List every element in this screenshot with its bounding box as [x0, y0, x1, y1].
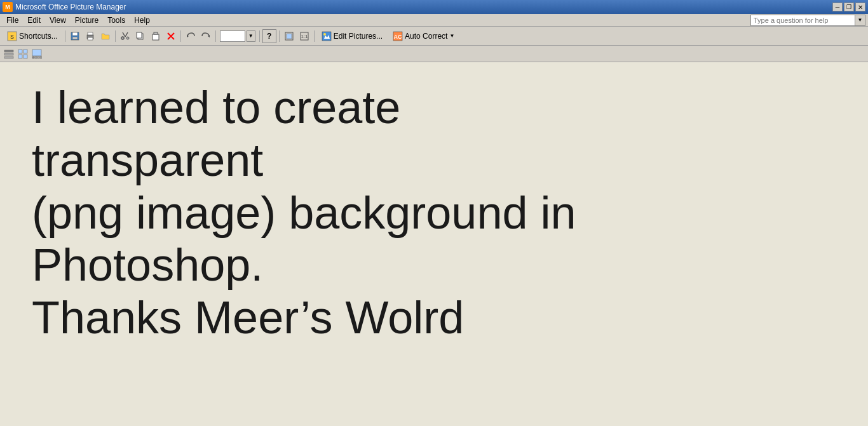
separator-4: [215, 30, 216, 42]
help-icon: ?: [267, 32, 271, 41]
svg-rect-26: [4, 50, 13, 52]
svg-rect-12: [153, 34, 159, 40]
undo-icon: [186, 32, 195, 41]
menu-edit[interactable]: Edit: [24, 15, 44, 26]
svg-rect-4: [72, 37, 78, 39]
menu-help[interactable]: Help: [130, 15, 154, 26]
view-list-button[interactable]: [3, 48, 15, 60]
image-text-line4: Thanks Meer’s Wolrd: [32, 292, 464, 343]
thumbnail-view-icon: [18, 49, 28, 59]
separator-3: [180, 30, 181, 42]
menu-file[interactable]: File: [3, 15, 22, 26]
svg-rect-29: [18, 50, 22, 53]
fit-window-icon: [285, 32, 294, 41]
svg-rect-3: [72, 32, 78, 36]
title-text: Microsoft Office Picture Manager: [15, 3, 126, 11]
minimize-button[interactable]: ─: [832, 3, 843, 11]
paste-button[interactable]: [149, 29, 163, 43]
shortcuts-label: Shortcuts...: [19, 32, 58, 41]
svg-rect-36: [37, 57, 39, 58]
help-search-input[interactable]: [750, 15, 855, 26]
svg-rect-34: [32, 57, 34, 58]
svg-text:S: S: [10, 34, 14, 40]
svg-rect-19: [287, 34, 292, 39]
auto-correct-button[interactable]: AC Auto Correct ▼: [388, 29, 459, 43]
zoom-area: 83% ▼: [220, 30, 255, 42]
image-text-line1: I learned to create transparent: [32, 82, 400, 185]
app-icon: M: [3, 2, 13, 12]
svg-rect-37: [40, 57, 42, 58]
help-button[interactable]: ?: [262, 29, 276, 43]
print-button[interactable]: [83, 29, 97, 43]
edit-pictures-icon: [322, 31, 332, 41]
menu-bar: File Edit View Picture Tools Help ▼: [0, 14, 868, 27]
svg-rect-31: [18, 55, 22, 58]
shortcuts-icon: S: [7, 31, 17, 41]
view-thumbnail-button[interactable]: [17, 48, 29, 60]
svg-point-23: [323, 33, 326, 36]
separator-1: [65, 30, 65, 42]
image-text-line3: Photoshop.: [32, 239, 263, 290]
toolbar-2: [0, 46, 868, 62]
undo-button[interactable]: [184, 29, 198, 43]
svg-point-9: [126, 37, 129, 39]
svg-rect-35: [35, 57, 37, 58]
redo-button[interactable]: [199, 29, 213, 43]
cut-button[interactable]: [118, 29, 132, 43]
copy-button[interactable]: [133, 29, 147, 43]
actual-size-button[interactable]: 1:1: [297, 29, 311, 43]
fit-to-window-button[interactable]: [282, 29, 296, 43]
svg-rect-11: [137, 32, 142, 38]
open-button[interactable]: [98, 29, 112, 43]
redo-icon: [201, 32, 210, 41]
auto-correct-dropdown-arrow: ▼: [449, 33, 454, 39]
svg-text:AC: AC: [394, 34, 402, 40]
separator-7: [314, 30, 315, 42]
copy-icon: [136, 32, 145, 41]
delete-icon: [166, 32, 175, 41]
restore-button[interactable]: ❐: [844, 3, 854, 11]
separator-6: [279, 30, 280, 42]
window-controls: ─ ❐ ✕: [832, 3, 865, 11]
menubar-right: ▼: [750, 15, 865, 26]
svg-point-8: [121, 37, 124, 39]
svg-rect-6: [88, 32, 93, 35]
auto-correct-label: Auto Correct: [405, 32, 447, 41]
view-filmstrip-button[interactable]: [31, 48, 43, 60]
filmstrip-view-icon: [32, 49, 42, 59]
separator-2: [115, 30, 116, 42]
title-bar: M Microsoft Office Picture Manager ─ ❐ ✕: [0, 0, 868, 14]
shortcuts-button[interactable]: S Shortcuts...: [3, 29, 62, 43]
image-display-text: I learned to create transparent (png ima…: [32, 81, 604, 344]
help-dropdown-button[interactable]: ▼: [855, 15, 865, 26]
open-icon: [101, 32, 110, 41]
menu-picture[interactable]: Picture: [71, 15, 102, 26]
toolbar-1: S Shortcuts...: [0, 27, 868, 46]
save-button[interactable]: [68, 29, 82, 43]
actual-size-icon: 1:1: [300, 32, 309, 41]
zoom-input[interactable]: 83%: [220, 30, 245, 42]
auto-correct-icon: AC: [393, 31, 403, 41]
svg-rect-22: [322, 32, 331, 41]
separator-5: [259, 30, 260, 42]
svg-text:1:1: 1:1: [301, 34, 308, 39]
save-icon: [71, 32, 79, 41]
edit-pictures-button[interactable]: Edit Pictures...: [317, 29, 387, 43]
svg-rect-7: [88, 37, 93, 40]
close-button[interactable]: ✕: [855, 3, 865, 11]
zoom-dropdown-button[interactable]: ▼: [247, 30, 255, 42]
edit-pictures-label: Edit Pictures...: [334, 32, 383, 41]
list-view-icon: [4, 49, 14, 59]
main-content: I learned to create transparent (png ima…: [0, 62, 868, 426]
svg-rect-33: [32, 50, 41, 56]
svg-rect-27: [4, 53, 13, 55]
menu-tools[interactable]: Tools: [104, 15, 129, 26]
svg-rect-13: [154, 32, 158, 34]
paste-icon: [151, 32, 160, 41]
svg-rect-30: [24, 50, 27, 53]
svg-rect-28: [4, 57, 13, 58]
menu-view[interactable]: View: [46, 15, 70, 26]
delete-button[interactable]: [164, 29, 178, 43]
image-text-line2: (png image) background in: [32, 187, 576, 238]
svg-rect-32: [24, 55, 27, 58]
